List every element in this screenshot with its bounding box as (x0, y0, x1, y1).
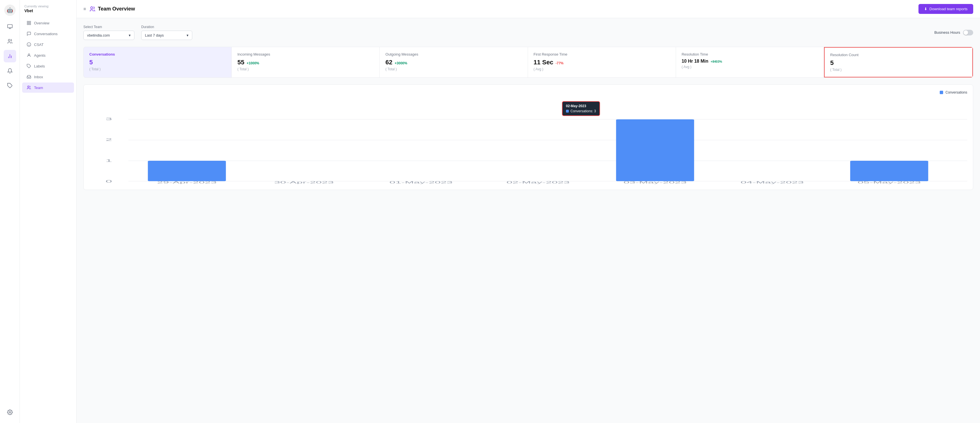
nav-item-labels[interactable]: Labels (22, 61, 74, 71)
bar-chart: 0 1 2 3 (89, 99, 967, 184)
chart-container: Conversations 0 1 2 3 (83, 84, 973, 190)
svg-rect-10 (27, 23, 29, 25)
stat-sub-conversations: ( Total ) (89, 67, 226, 71)
stat-label-resolution-count: Resolution Count (830, 53, 967, 57)
download-icon: ⬇ (924, 7, 927, 11)
chart-legend: Conversations (89, 91, 967, 94)
stat-value-conversations: 5 (89, 59, 226, 66)
stat-sub-first-response: ( Avg ) (534, 67, 670, 71)
toggle-thumb (964, 30, 968, 35)
stat-sub-outgoing: ( Total ) (385, 67, 522, 71)
sidebar-icon-contacts[interactable] (4, 35, 16, 48)
currently-viewing-value: Vbet (24, 8, 72, 13)
page-header: ≡ Team Overview ⬇ Download team reports (76, 0, 980, 18)
duration-filter-group: Duration Last 7 days ▾ (141, 25, 192, 40)
stat-change-first-response: -77% (555, 61, 563, 65)
header-left: ≡ Team Overview (83, 6, 135, 12)
svg-text:01-May-2023: 01-May-2023 (389, 181, 453, 184)
svg-rect-7 (27, 21, 29, 23)
stat-resolution-time[interactable]: Resolution Time 10 Hr 18 Min +8403% ( Av… (676, 47, 824, 77)
svg-point-17 (91, 6, 93, 8)
duration-select-chevron: ▾ (186, 33, 189, 37)
main-content: ≡ Team Overview ⬇ Download team reports … (76, 0, 980, 423)
filter-bar: Select Team vbetindia.com ▾ Duration Las… (83, 25, 973, 40)
stat-label-resolution-time: Resolution Time (682, 52, 818, 56)
stat-change-incoming: +1000% (247, 61, 259, 65)
nav-item-csat[interactable]: CSAT (22, 40, 74, 49)
svg-text:02-May-2023: 02-May-2023 (506, 181, 570, 184)
nav-item-overview[interactable]: Overview (22, 18, 74, 28)
svg-text:3: 3 (105, 117, 112, 121)
svg-point-16 (27, 86, 29, 87)
stat-label-incoming: Incoming Messages (237, 52, 374, 56)
svg-text:03-May-2023: 03-May-2023 (624, 181, 687, 184)
stat-value-first-response: 11 Sec -77% (534, 59, 670, 66)
stat-value-incoming: 55 +1000% (237, 59, 374, 66)
stat-label-first-response: First Response Time (534, 52, 670, 56)
nav-item-team[interactable]: Team (22, 83, 74, 93)
svg-text:29-Apr-2023: 29-Apr-2023 (157, 181, 216, 184)
legend-label: Conversations (945, 91, 967, 94)
duration-select[interactable]: Last 7 days ▾ (141, 30, 192, 40)
svg-rect-0 (7, 25, 12, 28)
stat-sub-resolution-time: ( Avg ) (682, 65, 818, 69)
nav-header: Currently viewing: Vbet (20, 5, 76, 17)
download-button[interactable]: ⬇ Download team reports (918, 4, 973, 14)
svg-text:04-May-2023: 04-May-2023 (741, 181, 804, 184)
nav-panel: Currently viewing: Vbet Overview Convers… (20, 0, 76, 423)
stat-label-conversations: Conversations (89, 52, 226, 56)
sidebar-icon-reports[interactable] (4, 50, 16, 62)
stats-row: Conversations 5 ( Total ) Incoming Messa… (83, 47, 973, 78)
svg-point-11 (27, 43, 30, 46)
svg-text:30-Apr-2023: 30-Apr-2023 (274, 181, 334, 184)
content-area: Select Team vbetindia.com ▾ Duration Las… (76, 18, 980, 423)
bar-29apr[interactable] (148, 161, 226, 181)
menu-icon[interactable]: ≡ (83, 6, 86, 12)
nav-item-inbox[interactable]: Inbox (22, 72, 74, 82)
stat-label-outgoing: Outgoing Messages (385, 52, 522, 56)
stat-incoming[interactable]: Incoming Messages 55 +1000% ( Total ) (232, 47, 379, 77)
nav-item-conversations[interactable]: Conversations (22, 29, 74, 39)
svg-text:2: 2 (105, 138, 112, 142)
svg-point-14 (28, 54, 30, 55)
sidebar: 🤖 (0, 0, 20, 423)
svg-text:0: 0 (105, 180, 112, 183)
stat-change-outgoing: +3000% (395, 61, 407, 65)
app-logo: 🤖 (4, 5, 16, 16)
bar-04may[interactable] (850, 161, 928, 181)
sidebar-icon-notifications[interactable] (4, 65, 16, 77)
stat-value-resolution-count: 5 (830, 59, 967, 67)
sidebar-icon-settings[interactable] (4, 406, 16, 418)
svg-rect-8 (29, 21, 30, 23)
nav-item-agents[interactable]: Agents (22, 50, 74, 60)
page-title: Team Overview (89, 6, 135, 12)
chart-area: 0 1 2 3 (89, 99, 967, 184)
team-filter-group: Select Team vbetindia.com ▾ (83, 25, 134, 40)
stat-sub-incoming: ( Total ) (237, 67, 374, 71)
stat-resolution-count[interactable]: Resolution Count 5 ( Total ) (824, 47, 973, 77)
currently-viewing-label: Currently viewing: (24, 5, 72, 8)
team-select[interactable]: vbetindia.com ▾ (83, 30, 134, 40)
svg-text:05-May-2023: 05-May-2023 (858, 181, 921, 184)
stat-outgoing[interactable]: Outgoing Messages 62 +3000% ( Total ) (380, 47, 527, 77)
stat-value-outgoing: 62 +3000% (385, 59, 522, 66)
svg-text:1: 1 (105, 159, 112, 162)
stat-conversations[interactable]: Conversations 5 ( Total ) (84, 47, 231, 77)
sidebar-icon-inbox[interactable] (4, 21, 16, 33)
svg-point-6 (9, 412, 11, 413)
bar-02may[interactable] (616, 119, 694, 181)
team-select-chevron: ▾ (129, 33, 131, 37)
svg-point-1 (8, 40, 10, 41)
stat-first-response[interactable]: First Response Time 11 Sec -77% ( Avg ) (528, 47, 676, 77)
team-header-icon (89, 6, 95, 12)
svg-rect-9 (29, 23, 30, 25)
business-hours-toggle[interactable] (963, 30, 973, 35)
stat-change-resolution-time: +8403% (711, 60, 722, 63)
sidebar-icon-labels[interactable] (4, 80, 16, 92)
legend-dot (940, 91, 943, 94)
stat-value-resolution-time: 10 Hr 18 Min +8403% (682, 59, 818, 64)
stat-sub-resolution-count: ( Total ) (830, 68, 967, 72)
business-hours-toggle-group: Business Hours (934, 30, 973, 35)
